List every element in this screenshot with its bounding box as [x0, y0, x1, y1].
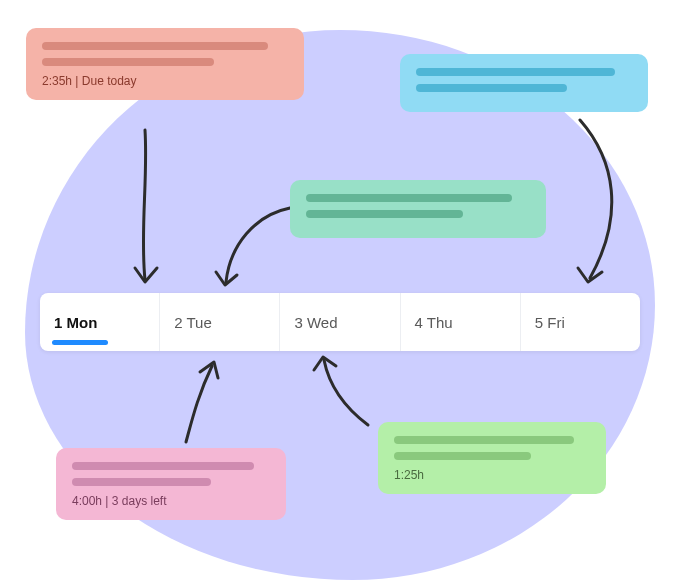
task-card-teal[interactable]	[290, 180, 546, 238]
placeholder-line	[394, 452, 531, 460]
day-label: 4 Thu	[415, 314, 453, 331]
task-card-blue[interactable]	[400, 54, 648, 112]
week-strip: 1 Mon 2 Tue 3 Wed 4 Thu 5 Fri	[40, 293, 640, 351]
placeholder-line	[306, 194, 512, 202]
placeholder-line	[416, 68, 615, 76]
day-tue[interactable]: 2 Tue	[160, 293, 280, 351]
placeholder-line	[72, 462, 254, 470]
placeholder-line	[306, 210, 463, 218]
task-meta: 4:00h | 3 days left	[72, 494, 270, 508]
day-label: 5 Fri	[535, 314, 565, 331]
task-meta: 1:25h	[394, 468, 590, 482]
active-day-indicator	[52, 340, 108, 345]
placeholder-line	[72, 478, 211, 486]
task-card-pink[interactable]: 4:00h | 3 days left	[56, 448, 286, 520]
placeholder-line	[42, 42, 268, 50]
task-card-red[interactable]: 2:35h | Due today	[26, 28, 304, 100]
task-card-green[interactable]: 1:25h	[378, 422, 606, 494]
day-label: 1 Mon	[54, 314, 97, 331]
placeholder-line	[416, 84, 567, 92]
task-meta: 2:35h | Due today	[42, 74, 288, 88]
day-wed[interactable]: 3 Wed	[280, 293, 400, 351]
placeholder-line	[394, 436, 574, 444]
placeholder-line	[42, 58, 214, 66]
day-fri[interactable]: 5 Fri	[521, 293, 640, 351]
day-thu[interactable]: 4 Thu	[401, 293, 521, 351]
day-label: 3 Wed	[294, 314, 337, 331]
day-mon[interactable]: 1 Mon	[40, 293, 160, 351]
day-label: 2 Tue	[174, 314, 212, 331]
